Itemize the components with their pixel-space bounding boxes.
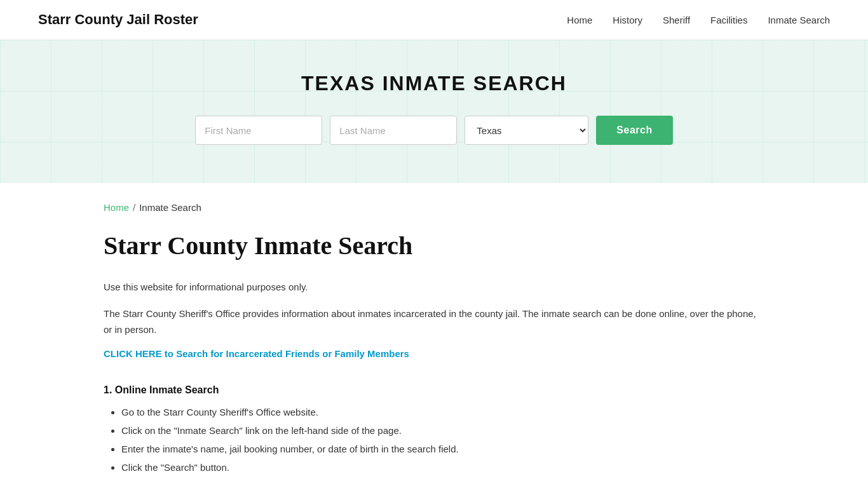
bullet-list: Go to the Starr County Sheriff's Office … xyxy=(104,403,764,476)
search-form: Texas Alabama Alaska Arizona Arkansas Ca… xyxy=(13,116,855,145)
bullet-item: Go to the Starr County Sheriff's Office … xyxy=(121,403,764,421)
header: Starr County Jail Roster Home History Sh… xyxy=(0,0,868,40)
search-button[interactable]: Search xyxy=(596,116,672,145)
first-name-input[interactable] xyxy=(195,116,322,145)
breadcrumb-home[interactable]: Home xyxy=(104,202,129,213)
nav-history[interactable]: History xyxy=(613,15,642,25)
bullet-item: Click on the "Inmate Search" link on the… xyxy=(121,422,764,439)
last-name-input[interactable] xyxy=(330,116,457,145)
nav-home[interactable]: Home xyxy=(567,15,592,25)
main-content: Home / Inmate Search Starr County Inmate… xyxy=(65,183,803,488)
bullet-item: Click the "Search" button. xyxy=(121,459,764,476)
incarcerated-search-link[interactable]: CLICK HERE to Search for Incarcerated Fr… xyxy=(104,348,409,359)
section1-heading: 1. Online Inmate Search xyxy=(104,384,764,396)
nav-inmate-search[interactable]: Inmate Search xyxy=(768,15,830,25)
breadcrumb: Home / Inmate Search xyxy=(104,202,764,213)
breadcrumb-current: Inmate Search xyxy=(139,202,201,213)
site-logo[interactable]: Starr County Jail Roster xyxy=(38,11,198,28)
hero-section: TEXAS INMATE SEARCH Texas Alabama Alaska… xyxy=(0,40,868,183)
breadcrumb-separator: / xyxy=(133,202,135,213)
intro-paragraph-1: Use this website for informational purpo… xyxy=(104,279,764,295)
main-nav: Home History Sheriff Facilities Inmate S… xyxy=(567,15,830,25)
bullet-item: Enter the inmate's name, jail booking nu… xyxy=(121,440,764,458)
state-select[interactable]: Texas Alabama Alaska Arizona Arkansas Ca… xyxy=(465,116,588,145)
page-title: Starr County Inmate Search xyxy=(104,231,764,261)
nav-facilities[interactable]: Facilities xyxy=(710,15,747,25)
intro-paragraph-2: The Starr County Sheriff's Office provid… xyxy=(104,306,764,338)
hero-title: TEXAS INMATE SEARCH xyxy=(13,72,855,95)
nav-sheriff[interactable]: Sheriff xyxy=(663,15,690,25)
